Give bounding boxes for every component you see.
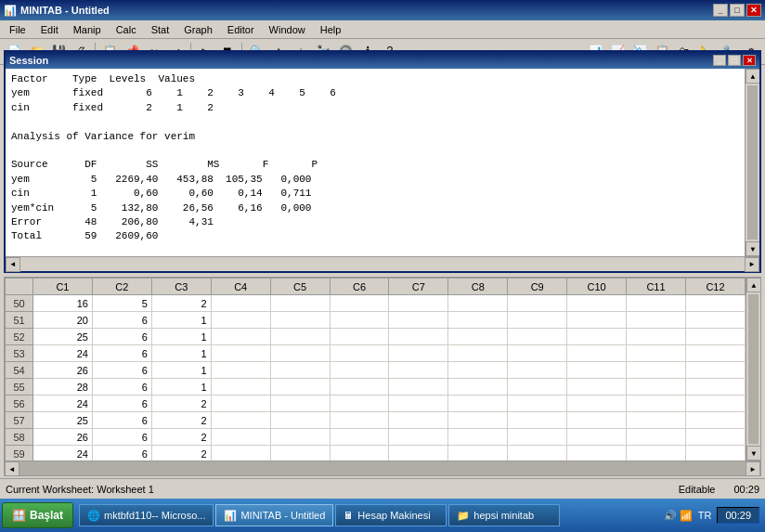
- col-c2-header[interactable]: C2: [92, 279, 151, 295]
- cell-54-c1[interactable]: 26: [33, 362, 93, 379]
- cell-57-c9[interactable]: [508, 412, 567, 429]
- cell-51-c8[interactable]: [448, 312, 508, 329]
- cell-52-c2[interactable]: 6: [92, 329, 151, 345]
- close-button[interactable]: ✕: [746, 4, 761, 17]
- cell-56-c12[interactable]: [685, 396, 745, 412]
- cell-54-c6[interactable]: [330, 362, 389, 379]
- cell-54-c9[interactable]: [508, 362, 567, 379]
- col-c10-header[interactable]: C10: [567, 279, 627, 295]
- cell-59-c9[interactable]: [508, 446, 567, 461]
- minimize-button[interactable]: _: [713, 4, 728, 17]
- cell-50-c3[interactable]: 2: [151, 295, 211, 312]
- cell-52-c12[interactable]: [685, 329, 745, 345]
- scroll-up-btn[interactable]: ▲: [746, 69, 759, 84]
- cell-55-c1[interactable]: 28: [33, 379, 93, 396]
- cell-55-c2[interactable]: 6: [92, 379, 151, 396]
- cell-52-c4[interactable]: [211, 329, 270, 345]
- cell-52-c7[interactable]: [389, 329, 448, 345]
- scrollbar-thumb[interactable]: [747, 85, 758, 240]
- cell-51-c11[interactable]: [627, 312, 686, 329]
- col-c11-header[interactable]: C11: [627, 279, 686, 295]
- cell-51-c6[interactable]: [330, 312, 389, 329]
- cell-58-c5[interactable]: [270, 429, 330, 446]
- cell-51-c7[interactable]: [389, 312, 448, 329]
- cell-55-c5[interactable]: [270, 379, 330, 396]
- cell-56-c10[interactable]: [567, 396, 627, 412]
- cell-54-c12[interactable]: [685, 362, 745, 379]
- cell-55-c9[interactable]: [508, 379, 567, 396]
- cell-59-c5[interactable]: [270, 446, 330, 461]
- session-scrollbar-h[interactable]: ◄ ►: [6, 256, 759, 271]
- cell-57-c3[interactable]: 2: [151, 412, 211, 429]
- sheet-h-scrollbar-thumb[interactable]: [19, 461, 746, 475]
- cell-56-c9[interactable]: [508, 396, 567, 412]
- cell-53-c8[interactable]: [448, 345, 508, 362]
- scroll-left-btn[interactable]: ◄: [6, 257, 20, 272]
- cell-50-c11[interactable]: [627, 295, 686, 312]
- session-content[interactable]: Factor Type Levels Values yem fixed 6 1 …: [6, 69, 745, 256]
- sheet-scroll-down-btn[interactable]: ▼: [746, 446, 760, 461]
- cell-50-c4[interactable]: [211, 295, 270, 312]
- cell-52-c11[interactable]: [627, 329, 686, 345]
- cell-59-c10[interactable]: [567, 446, 627, 461]
- cell-52-c6[interactable]: [330, 329, 389, 345]
- cell-56-c8[interactable]: [448, 396, 508, 412]
- taskbar-item-0[interactable]: 🌐 mktbfd110-- Microso...: [79, 504, 214, 526]
- cell-51-c9[interactable]: [508, 312, 567, 329]
- cell-57-c10[interactable]: [567, 412, 627, 429]
- cell-56-c2[interactable]: 6: [92, 396, 151, 412]
- cell-55-c12[interactable]: [685, 379, 745, 396]
- col-c8-header[interactable]: C8: [448, 279, 508, 295]
- cell-56-c4[interactable]: [211, 396, 270, 412]
- cell-52-c5[interactable]: [270, 329, 330, 345]
- menu-calc[interactable]: Calc: [110, 22, 142, 37]
- cell-56-c5[interactable]: [270, 396, 330, 412]
- cell-53-c12[interactable]: [685, 345, 745, 362]
- cell-51-c10[interactable]: [567, 312, 627, 329]
- scroll-down-btn[interactable]: ▼: [746, 241, 759, 256]
- sheet-scrollbar-h[interactable]: ◄ ►: [5, 461, 760, 475]
- cell-50-c6[interactable]: [330, 295, 389, 312]
- taskbar-item-1[interactable]: 📊 MINITAB - Untitled: [215, 504, 333, 526]
- cell-51-c5[interactable]: [270, 312, 330, 329]
- cell-55-c11[interactable]: [627, 379, 686, 396]
- sheet-scroll-up-btn[interactable]: ▲: [746, 278, 760, 292]
- cell-58-c8[interactable]: [448, 429, 508, 446]
- cell-58-c3[interactable]: 2: [151, 429, 211, 446]
- cell-52-c3[interactable]: 1: [151, 329, 211, 345]
- col-c5-header[interactable]: C5: [270, 279, 330, 295]
- sheet-content[interactable]: C1 C2 C3 C4 C5 C6 C7 C8 C9 C10 C11 C12: [5, 278, 746, 461]
- cell-52-c1[interactable]: 25: [33, 329, 93, 345]
- cell-57-c2[interactable]: 6: [92, 412, 151, 429]
- cell-58-c12[interactable]: [685, 429, 745, 446]
- taskbar-item-2[interactable]: 🖩 Hesap Makinesi: [335, 504, 447, 526]
- cell-57-c7[interactable]: [389, 412, 448, 429]
- session-minimize-btn[interactable]: _: [713, 55, 726, 66]
- cell-53-c10[interactable]: [567, 345, 627, 362]
- cell-53-c7[interactable]: [389, 345, 448, 362]
- cell-52-c9[interactable]: [508, 329, 567, 345]
- menu-help[interactable]: Help: [315, 22, 347, 37]
- cell-57-c11[interactable]: [627, 412, 686, 429]
- cell-53-c1[interactable]: 24: [33, 345, 93, 362]
- cell-59-c8[interactable]: [448, 446, 508, 461]
- menu-editor[interactable]: Editor: [222, 22, 260, 37]
- cell-55-c10[interactable]: [567, 379, 627, 396]
- cell-53-c6[interactable]: [330, 345, 389, 362]
- cell-59-c4[interactable]: [211, 446, 270, 461]
- cell-54-c5[interactable]: [270, 362, 330, 379]
- cell-55-c3[interactable]: 1: [151, 379, 211, 396]
- scroll-right-btn[interactable]: ►: [745, 257, 759, 272]
- cell-59-c6[interactable]: [330, 446, 389, 461]
- col-c12-header[interactable]: C12: [685, 279, 745, 295]
- cell-53-c3[interactable]: 1: [151, 345, 211, 362]
- menu-graph[interactable]: Graph: [178, 22, 218, 37]
- col-c7-header[interactable]: C7: [389, 279, 448, 295]
- cell-59-c11[interactable]: [627, 446, 686, 461]
- cell-57-c12[interactable]: [685, 412, 745, 429]
- cell-55-c6[interactable]: [330, 379, 389, 396]
- menu-window[interactable]: Window: [264, 22, 311, 37]
- session-maximize-btn[interactable]: □: [728, 55, 741, 66]
- cell-51-c12[interactable]: [685, 312, 745, 329]
- col-c3-header[interactable]: C3: [151, 279, 211, 295]
